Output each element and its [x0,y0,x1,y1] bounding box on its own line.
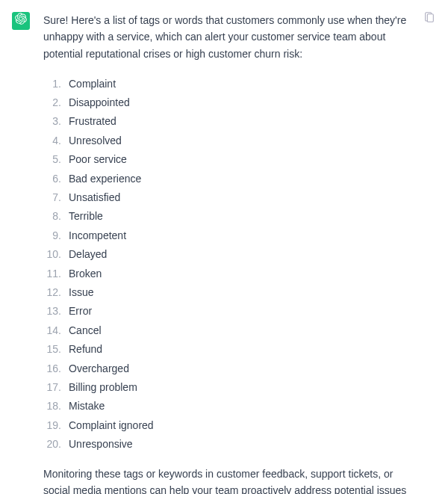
list-item: Complaint ignored [43,416,414,434]
tag-text: Terrible [69,208,103,224]
list-item: Disappointed [43,93,414,112]
tags-ordered-list: ComplaintDisappointedFrustratedUnresolve… [43,74,414,454]
tag-text: Mistake [69,398,105,414]
list-item: Issue [43,282,414,301]
list-item: Broken [43,264,414,282]
assistant-avatar [12,12,30,30]
tag-text: Complaint ignored [69,417,154,433]
message-content: Sure! Here's a list of tags or words tha… [43,12,436,494]
copy-button[interactable] [423,12,436,25]
list-item: Incompetent [43,226,414,244]
tag-text: Refund [69,341,102,357]
tag-text: Complaint [69,75,116,92]
tag-text: Disappointed [69,94,130,111]
tag-text: Issue [69,284,93,300]
clipboard-icon [423,15,435,26]
list-item: Complaint [43,74,414,93]
list-item: Billing problem [43,377,414,396]
tag-text: Cancel [69,322,102,339]
list-item: Bad experience [43,169,414,188]
tag-text: Bad experience [69,170,141,187]
assistant-message: Sure! Here's a list of tags or words tha… [0,0,448,494]
intro-paragraph: Sure! Here's a list of tags or words tha… [43,12,414,62]
tag-text: Incompetent [69,227,126,244]
tag-text: Error [69,303,92,319]
tag-text: Frustrated [69,113,116,129]
list-item: Mistake [43,397,414,416]
list-item: Cancel [43,321,414,339]
tag-text: Billing problem [69,379,137,395]
list-item: Poor service [43,150,414,169]
tag-text: Broken [69,265,102,282]
tag-text: Unresponsive [69,436,133,452]
tag-text: Poor service [69,151,127,167]
list-item: Unresponsive [43,435,414,454]
svg-rect-0 [427,14,433,22]
tag-text: Unresolved [69,132,122,149]
list-item: Overcharged [43,359,414,377]
tag-text: Overcharged [69,360,129,377]
list-item: Refund [43,340,414,359]
list-item: Unresolved [43,131,414,149]
list-item: Delayed [43,245,414,264]
openai-logo-icon [15,13,27,29]
list-item: Unsatisfied [43,188,414,207]
tag-text: Unsatisfied [69,189,120,206]
tag-text: Delayed [69,246,107,262]
outro-paragraph: Monitoring these tags or keywords in cus… [43,466,414,494]
list-item: Terrible [43,207,414,226]
list-item: Frustrated [43,112,414,131]
list-item: Error [43,302,414,321]
